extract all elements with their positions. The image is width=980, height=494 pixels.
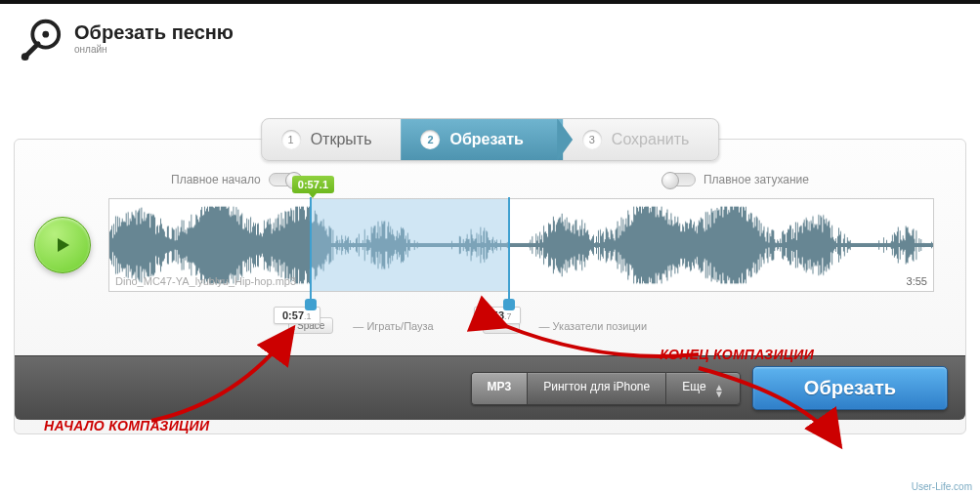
fade-out-label: Плавное затухание bbox=[703, 173, 809, 186]
space-hint: — Играть/Пауза bbox=[353, 320, 433, 332]
ringtone-button[interactable]: Рингтон для iPhone bbox=[527, 372, 665, 405]
marker-start-time: 0:57 bbox=[298, 179, 320, 190]
play-icon bbox=[53, 235, 72, 255]
annotation-end-label: КОНЕЦ КОМПАЗИЦИИ bbox=[660, 347, 814, 362]
cut-button[interactable]: Обрезать bbox=[752, 366, 948, 410]
app-subtitle: онлайн bbox=[74, 44, 234, 55]
svg-point-1 bbox=[42, 31, 49, 38]
fade-out-switch[interactable] bbox=[662, 173, 696, 186]
app-logo-icon bbox=[18, 16, 63, 61]
bottom-bar: MP3 Рингтон для iPhone Еще ▲▼ Обрезать bbox=[15, 355, 965, 420]
start-time-frac: .1 bbox=[304, 311, 312, 321]
steps-tabs: 1 Открыть 2 Обрезать 3 Сохранить bbox=[261, 118, 720, 161]
arrows-hint: — Указатели позиции bbox=[539, 320, 648, 332]
step-cut-label: Обрезать bbox=[450, 131, 524, 148]
editor-panel: 1 Открыть 2 Обрезать 3 Сохранить Плавное… bbox=[14, 139, 966, 434]
step-cut[interactable]: 2 Обрезать bbox=[402, 119, 563, 160]
hints-row: 0:57.1 1:53.7 Space — Играть/Пауза ← → —… bbox=[15, 292, 965, 350]
sort-arrows-icon: ▲▼ bbox=[714, 384, 724, 397]
waveform-row: 0:57.1 Dino_MC47-YA_lyublyu_Hip-hop.mp3 … bbox=[15, 194, 965, 292]
mp3-button[interactable]: MP3 bbox=[471, 372, 528, 405]
duration-label: 3:55 bbox=[907, 275, 927, 287]
watermark: User-Life.com bbox=[912, 481, 972, 492]
format-group: MP3 Рингтон для iPhone Еще ▲▼ bbox=[471, 372, 741, 405]
svg-point-2 bbox=[21, 53, 29, 61]
more-button[interactable]: Еще ▲▼ bbox=[665, 372, 741, 405]
play-button[interactable] bbox=[34, 217, 91, 273]
step-save[interactable]: 3 Сохранить bbox=[563, 119, 719, 160]
end-time-text: 1:53 bbox=[483, 309, 504, 321]
svg-marker-3 bbox=[58, 238, 69, 252]
end-time-frac: .7 bbox=[504, 311, 512, 321]
more-label: Еще bbox=[682, 380, 705, 393]
marker-start-handle[interactable] bbox=[305, 299, 317, 310]
waveform[interactable]: 0:57.1 Dino_MC47-YA_lyublyu_Hip-hop.mp3 … bbox=[108, 198, 934, 292]
fade-in-label: Плавное начало bbox=[171, 173, 261, 186]
step-save-label: Сохранить bbox=[612, 131, 690, 148]
step-save-num: 3 bbox=[582, 130, 602, 149]
marker-end[interactable] bbox=[508, 197, 510, 301]
fade-in-toggle: Плавное начало bbox=[171, 173, 302, 186]
marker-start-frac: .1 bbox=[320, 179, 328, 190]
annotation-start-label: НАЧАЛО КОМПАЗИЦИИ bbox=[44, 418, 209, 433]
step-open-label: Открыть bbox=[311, 131, 372, 148]
step-open[interactable]: 1 Открыть bbox=[262, 119, 402, 160]
step-cut-num: 2 bbox=[421, 130, 441, 149]
selection-region[interactable] bbox=[310, 199, 508, 291]
fade-out-toggle: Плавное затухание bbox=[662, 173, 809, 186]
app-title: Обрезать песню bbox=[74, 21, 234, 44]
header: Обрезать песню онлайн bbox=[0, 0, 980, 72]
step-open-num: 1 bbox=[281, 130, 301, 149]
start-time-text: 0:57 bbox=[282, 309, 304, 321]
marker-start[interactable]: 0:57.1 bbox=[310, 197, 312, 301]
marker-end-handle[interactable] bbox=[503, 299, 515, 310]
filename-label: Dino_MC47-YA_lyublyu_Hip-hop.mp3 bbox=[115, 275, 296, 287]
